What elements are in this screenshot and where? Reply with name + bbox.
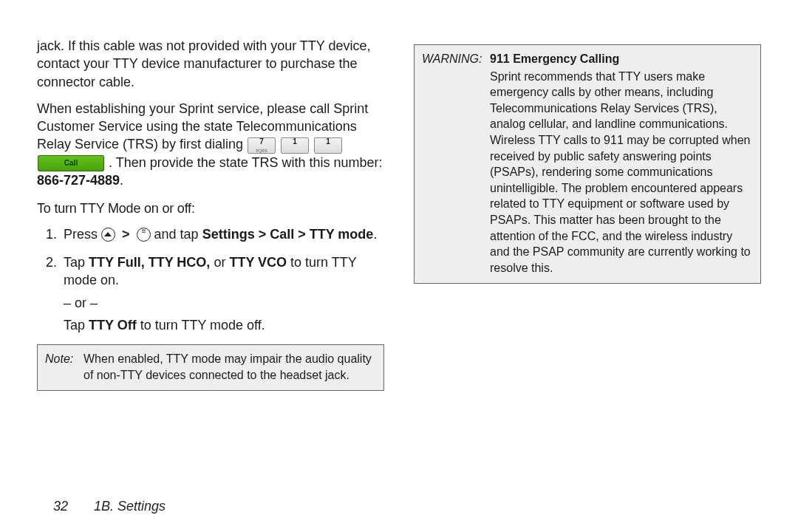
menu-icon [137, 228, 151, 242]
warning-label: WARNING: [422, 51, 485, 276]
home-icon [101, 228, 115, 242]
key-7-icon: 7 PQRS [248, 137, 276, 154]
note-box: Note: When enabled, TTY mode may impair … [37, 344, 384, 391]
p2-end: . [120, 173, 123, 188]
subheading-tty-toggle: To turn TTY Mode on or off: [37, 200, 384, 217]
call-key-icon: Call [38, 155, 104, 171]
paragraph-cable: jack. If this cable was not provided wit… [37, 37, 384, 91]
page-number: 32 [53, 499, 68, 514]
right-column: WARNING: 911 Emergency Calling Sprint re… [414, 37, 761, 480]
page-footer: 32 1B. Settings [53, 499, 166, 514]
key-1a-icon: 1 [281, 137, 309, 154]
warning-box: WARNING: 911 Emergency Calling Sprint re… [414, 44, 761, 284]
p2-mid: . Then provide the state TRS with this n… [109, 155, 383, 170]
section-title: 1B. Settings [94, 499, 166, 514]
note-body: When enabled, TTY mode may impair the au… [83, 351, 376, 383]
breadcrumb-path: Settings > Call > TTY mode [202, 227, 374, 242]
chevron-right-icon: > [122, 225, 130, 243]
step-2: Tap TTY Full, TTY HCO, or TTY VCO to tur… [61, 253, 384, 334]
trs-number: 866-727-4889 [37, 173, 120, 188]
warning-title: 911 Emergency Calling [490, 51, 753, 67]
warning-body: Sprint recommends that TTY users make em… [490, 70, 751, 274]
paragraph-dialing: When establishing your Sprint service, p… [37, 100, 384, 189]
note-label: Note: [45, 351, 78, 383]
or-separator: – or – [64, 294, 384, 312]
steps-list: Press > and tap Settings > Call > TTY mo… [37, 225, 384, 334]
warning-content: 911 Emergency Calling Sprint recommends … [490, 51, 753, 276]
left-column: jack. If this cable was not provided wit… [37, 37, 384, 480]
step-1: Press > and tap Settings > Call > TTY mo… [61, 225, 384, 243]
key-1b-icon: 1 [314, 137, 342, 154]
